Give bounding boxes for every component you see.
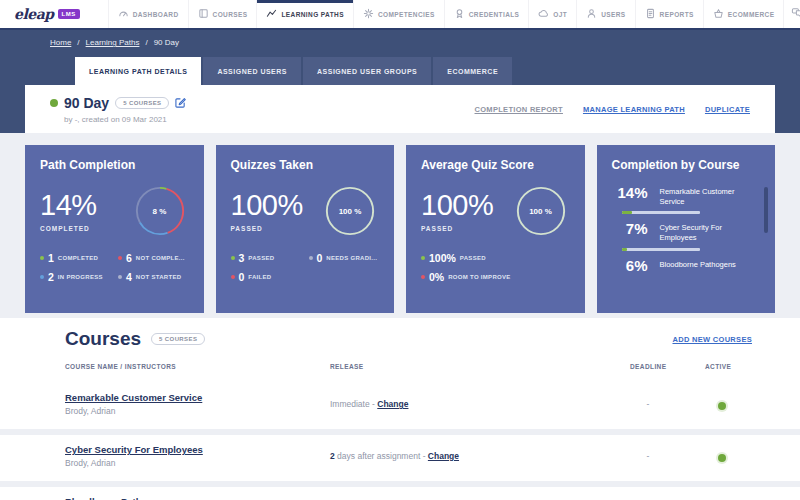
card-path-completion: Path Completion 14% COMPLETED 8 % 1 (25, 145, 204, 313)
breadcrumb: Home / Learning Paths / 90 Day (50, 38, 179, 47)
card-title: Path Completion (40, 158, 189, 172)
document-icon (645, 8, 656, 20)
active-status-dot[interactable] (718, 454, 726, 462)
legend: 3PASSED 0NEEDS GRADI... 0FAILED (231, 252, 380, 283)
change-release-link[interactable]: Change (428, 451, 459, 461)
table-row: Bloodborne Pathogens Brody, Adrian 10 da… (0, 487, 800, 500)
course-count-badge: 5 COURSES (151, 333, 205, 345)
tab-bar: LEARNING PATH DETAILS ASSIGNED USERS ASS… (75, 57, 512, 85)
legend-passed: 100%PASSED (421, 252, 570, 264)
main-nav: DASHBOARD COURSES LEARNING PATHS COMPETE… (108, 0, 785, 28)
active-status-dot (50, 99, 58, 107)
courses-heading: Courses (65, 328, 141, 350)
page-title: 90 Day (64, 95, 109, 111)
nav-item-courses[interactable]: COURSES (188, 0, 257, 28)
courses-section: Courses 5 COURSES ADD NEW COURSES COURSE… (0, 318, 800, 500)
nav-label: CREDENTIALS (469, 11, 520, 18)
breadcrumb-learning-paths[interactable]: Learning Paths (86, 38, 140, 47)
course-link[interactable]: Bloodborne Pathogens (65, 496, 170, 500)
course-count-badge: 5 COURSES (115, 97, 169, 109)
donut-value: 100 % (514, 184, 568, 238)
gear-icon (363, 8, 374, 20)
legend-completed: 1COMPLETED (40, 252, 114, 264)
nav-item-dashboard[interactable]: DASHBOARD (108, 0, 188, 28)
donut-value: 100 % (323, 184, 377, 238)
header-actions: COMPLETION REPORT MANAGE LEARNING PATH D… (475, 105, 750, 114)
topbar-right-icons: 5 ▾ 3810 (784, 0, 800, 28)
progress-bar (622, 248, 700, 251)
breadcrumb-current: 90 Day (154, 38, 179, 47)
path-subtitle: by -, created on 09 Mar 2021 (64, 115, 186, 124)
nav-label: USERS (601, 11, 625, 18)
scrollbar[interactable] (764, 187, 768, 233)
value-label: COMPLETED (40, 225, 97, 232)
basket-icon (713, 8, 724, 20)
gray-dot (309, 256, 313, 260)
pencil-square-icon (175, 94, 186, 112)
legend-passed: 3PASSED (231, 252, 305, 264)
tab-assigned-users[interactable]: ASSIGNED USERS (203, 57, 301, 85)
completion-percent: 14% (40, 191, 97, 220)
nav-label: COMPETENCIES (378, 11, 435, 18)
nav-label: COURSES (213, 11, 248, 18)
nav-label: OJT (553, 11, 567, 18)
book-icon (198, 8, 209, 20)
legend-in-progress: 2IN PROGRESS (40, 271, 114, 283)
cloud-icon (538, 8, 549, 20)
tab-assigned-user-groups[interactable]: ASSIGNED USER GROUPS (303, 57, 431, 85)
completion-report-link[interactable]: COMPLETION REPORT (475, 105, 563, 114)
manage-learning-path-link[interactable]: MANAGE LEARNING PATH (583, 105, 685, 114)
value-block: 14% COMPLETED (40, 191, 97, 232)
course-completion-item: 7% Cyber Security For Employees (612, 220, 761, 243)
legend-not-started: 4NOT STARTED (118, 271, 189, 283)
card-title: Average Quiz Score (421, 158, 570, 172)
table-header: COURSE NAME / INSTRUCTORS RELEASE DEADLI… (0, 363, 800, 375)
nav-item-competencies[interactable]: COMPETENCIES (353, 0, 444, 28)
course-label: Cyber Security For Employees (660, 220, 754, 243)
nav-item-users[interactable]: USERS (576, 0, 634, 28)
add-new-courses-link[interactable]: ADD NEW COURSES (672, 335, 752, 344)
course-percent: 7% (612, 220, 648, 237)
nav-item-ecommerce[interactable]: ECOMMERCE (703, 0, 785, 28)
nav-item-credentials[interactable]: CREDENTIALS (444, 0, 529, 28)
completion-donut-chart: 8 % (133, 184, 187, 238)
table-row: Remarkable Customer Service Brody, Adria… (0, 383, 800, 429)
logo-text: eleap (14, 6, 54, 22)
release-cell: 2 days after assignment - Change (330, 451, 459, 461)
course-link[interactable]: Remarkable Customer Service (65, 392, 202, 403)
column-deadline: DEADLINE (630, 363, 666, 370)
card-title: Completion by Course (612, 158, 761, 172)
legend: 100%PASSED 0%ROOM TO IMPROVE (421, 252, 570, 283)
release-cell: Immediate - Change (330, 399, 408, 409)
table-row: Cyber Security For Employees Brody, Adri… (0, 435, 800, 481)
red-dot (118, 256, 122, 260)
change-release-link[interactable]: Change (377, 399, 408, 409)
active-status-dot[interactable] (718, 402, 726, 410)
course-link[interactable]: Cyber Security For Employees (65, 444, 203, 455)
tab-ecommerce[interactable]: ECOMMERCE (433, 57, 512, 85)
nav-item-ojt[interactable]: OJT (528, 0, 576, 28)
breadcrumb-home[interactable]: Home (50, 38, 71, 47)
edit-path-button[interactable] (175, 94, 186, 112)
card-title: Quizzes Taken (231, 158, 380, 172)
messages-button[interactable] (784, 5, 800, 23)
legend-not-completed: 6NOT COMPLE... (118, 252, 189, 264)
legend: 1COMPLETED 6NOT COMPLE... 2IN PROGRESS 4… (40, 252, 189, 283)
quizzes-percent: 100% (231, 191, 303, 220)
column-active: ACTIVE (705, 363, 731, 370)
value-label: PASSED (231, 225, 303, 232)
path-chart-icon (266, 8, 277, 20)
gray-dot (118, 275, 122, 279)
instructors: Brody, Adrian (65, 458, 115, 468)
instructors: Brody, Adrian (65, 406, 115, 416)
avg-score-ring-chart: 100 % (514, 184, 568, 238)
nav-item-reports[interactable]: REPORTS (635, 0, 703, 28)
path-title-block: 90 Day 5 COURSES by -, created on 09 Mar… (50, 94, 186, 124)
person-icon (586, 8, 597, 20)
duplicate-link[interactable]: DUPLICATE (705, 105, 750, 114)
nav-item-learning-paths[interactable]: LEARNING PATHS (256, 0, 352, 28)
progress-bar (622, 211, 700, 214)
nav-label: DASHBOARD (133, 11, 179, 18)
app-logo[interactable]: eleap LMS (0, 0, 92, 28)
tab-learning-path-details[interactable]: LEARNING PATH DETAILS (75, 57, 201, 85)
